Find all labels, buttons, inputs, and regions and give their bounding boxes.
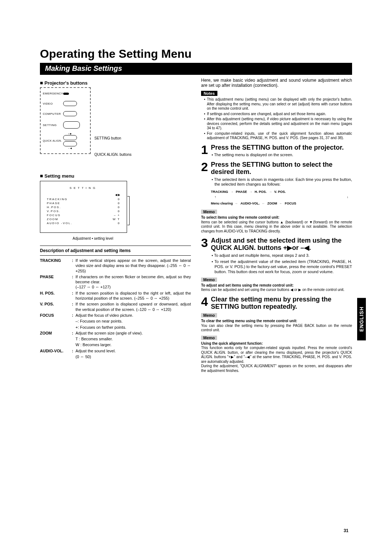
desc-zoom: ZOOM:Adjust the screen size (angle of vi… xyxy=(40,331,191,336)
computer-button xyxy=(63,111,77,116)
qa-minus-button xyxy=(63,141,77,146)
projector-diagram: EMERGENCY VIDEO COMPUTER SETTING QUICK A… xyxy=(40,87,111,171)
desc-focus: FOCUS:Adjust the focus of video picture. xyxy=(40,313,191,318)
setting-menu-panel: SETTING ◀ ▶ TRACKING0 PHASE0 H.POS.0 V.P… xyxy=(40,181,127,233)
video-button xyxy=(63,101,77,106)
memo-label-1: Memo xyxy=(201,210,217,214)
memo-4: Using the quick alignment function:This … xyxy=(201,341,352,373)
ann-qa: QUICK ALIGN. buttons xyxy=(94,153,131,157)
section-bar: Making Basic Settings xyxy=(40,63,352,75)
notes-label: Notes xyxy=(201,91,217,96)
notes-list: This adjustment menu (setting menu) can … xyxy=(201,97,352,141)
setting-button xyxy=(63,121,80,129)
desc-vpos: V. POS.:If the screen position is displa… xyxy=(40,301,191,312)
emergency-button xyxy=(63,93,69,95)
desc-audio: AUDIO-VOL.:Adjust the sound level. xyxy=(40,348,191,353)
memo-1: To select items using the remote control… xyxy=(201,215,352,234)
desc-heading: Description of adjustment and setting it… xyxy=(40,248,191,253)
memo-2: To adjust and set items using the remote… xyxy=(201,283,352,292)
memo-label-2: Memo xyxy=(201,278,217,282)
step-3: 3 Adjust and set the selected item using… xyxy=(201,237,352,275)
language-tab: ENGLISH xyxy=(357,298,366,340)
projectors-buttons-heading: ■Projector's buttons xyxy=(40,80,191,86)
desc-phase: PHASE:If characters on the screen flicke… xyxy=(40,274,191,290)
intro-text: Here, we make basic video adjustment and… xyxy=(201,78,352,88)
step-1: 1 Press the SETTING button of the projec… xyxy=(201,144,352,158)
adjustment-caption: Adjustment • setting level xyxy=(73,236,191,240)
page-title: Operating the Setting Menu xyxy=(40,47,352,61)
ann-setting: SETTING button xyxy=(94,136,121,140)
memo-3: To clear the setting menu using the remo… xyxy=(201,319,352,333)
qa-plus-button xyxy=(63,135,77,140)
flow-diagram: TRACKING→ PHASE→ H. POS.→ V. POS. xyxy=(211,190,352,194)
desc-tracking: TRACKING:If wide vertical stripes appear… xyxy=(40,258,191,274)
step-2: 2 Press the SETTING button to select the… xyxy=(201,161,352,207)
desc-hpos: H. POS.:If the screen position is displa… xyxy=(40,291,191,301)
setting-menu-heading: ■Setting menu xyxy=(40,173,191,179)
memo-label-3: Memo xyxy=(201,313,217,317)
memo-label-4: Memo xyxy=(201,336,217,340)
page-number: 31 xyxy=(344,528,348,533)
step-4: 4 Clear the setting menu by pressing the… xyxy=(201,296,352,311)
